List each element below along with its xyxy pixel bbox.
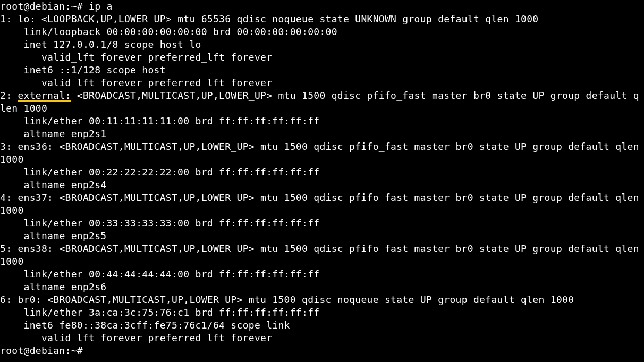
iface-name: lo [18,13,29,24]
iface-flags: <BROADCAST,MULTICAST,UP,LOWER_UP> mtu 15… [0,90,639,114]
iface-detail: link/ether 00:11:11:11:11:00 brd ff:ff:f… [0,115,644,128]
iface-index: 4 [0,192,6,203]
iface-detail: inet 127.0.0.1/8 scope host lo [0,38,644,51]
prompt-line-1: root@debian:~# ip a [0,1,113,12]
iface-name: br0 [18,294,35,305]
iface-name: ens38 [18,243,47,254]
iface-detail: altname enp2s5 [0,230,644,242]
iface-index: 3 [0,141,6,152]
iface-index: 6 [0,294,6,305]
iface-name: ens37 [18,192,47,203]
iface-detail: altname enp2s4 [0,179,644,191]
iface-detail: altname enp2s1 [0,128,644,140]
iface-header: 4: ens37: <BROADCAST,MULTICAST,UP,LOWER_… [0,192,644,216]
annotation-underline [18,100,70,102]
iface-header: 5: ens38: <BROADCAST,MULTICAST,UP,LOWER_… [0,243,644,267]
iface-flags: <BROADCAST,MULTICAST,UP,LOWER_UP> mtu 15… [0,141,644,165]
iface-flags: <BROADCAST,MULTICAST,UP,LOWER_UP> mtu 15… [0,192,644,216]
iface-index: 1 [0,13,6,24]
iface-detail: inet6 ::1/128 scope host [0,64,644,77]
iface-name: ens36 [18,141,47,152]
iface-detail: altname enp2s6 [0,281,644,293]
iface-detail: link/ether 3a:ca:3c:75:76:c1 brd ff:ff:f… [0,306,644,319]
iface-header: 3: ens36: <BROADCAST,MULTICAST,UP,LOWER_… [0,141,644,165]
shell-prompt: root@debian:~# [0,1,83,12]
iface-detail: valid_lft forever preferred_lft forever [0,51,644,64]
iface-detail: valid_lft forever preferred_lft forever [0,77,644,89]
iface-detail: valid_lft forever preferred_lft forever [0,332,644,344]
iface-header: 2: external: <BROADCAST,MULTICAST,UP,LOW… [0,90,639,114]
iface-header: 1: lo: <LOOPBACK,UP,LOWER_UP> mtu 65536 … [0,13,538,24]
iface-detail: link/ether 00:22:22:22:22:00 brd ff:ff:f… [0,166,644,179]
iface-index: 5 [0,243,6,254]
iface-detail: inet6 fe80::38ca:3cff:fe75:76c1/64 scope… [0,319,644,332]
shell-prompt: root@debian:~# [0,345,83,356]
iface-name: external [18,90,65,101]
terminal[interactable]: root@debian:~# ip a 1: lo: <LOOPBACK,UP,… [0,0,644,362]
iface-flags: <BROADCAST,MULTICAST,UP,LOWER_UP> mtu 15… [47,294,574,305]
iface-flags: <LOOPBACK,UP,LOWER_UP> mtu 65536 qdisc n… [41,13,539,24]
iface-detail: link/loopback 00:00:00:00:00:00 brd 00:0… [0,26,644,38]
prompt-line-2: root@debian:~# [0,345,83,356]
iface-index: 2 [0,90,6,101]
iface-detail: link/ether 00:33:33:33:33:00 brd ff:ff:f… [0,217,644,230]
shell-command: ip a [83,1,113,12]
iface-detail: link/ether 00:44:44:44:44:00 brd ff:ff:f… [0,268,644,281]
iface-flags: <BROADCAST,MULTICAST,UP,LOWER_UP> mtu 15… [0,243,644,267]
iface-header: 6: br0: <BROADCAST,MULTICAST,UP,LOWER_UP… [0,294,574,305]
